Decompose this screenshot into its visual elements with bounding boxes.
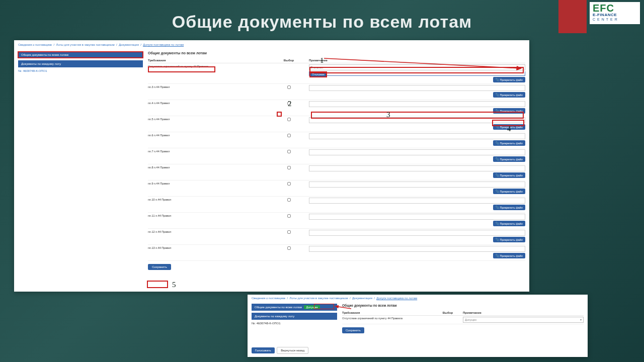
header-sel: Выбор: [433, 311, 463, 314]
header-note: Примечание: [463, 311, 584, 314]
attach-file-button[interactable]: 📎Прикрепить файл: [493, 189, 525, 194]
attach-file-button[interactable]: 📎Прикрепить файл: [493, 77, 525, 82]
highlight-save: [147, 281, 168, 288]
tab-all-lots-small[interactable]: Общие документы по всем лотам Допущен: [252, 304, 337, 311]
row-checkbox[interactable]: [287, 182, 291, 186]
note-input[interactable]: [309, 214, 525, 220]
table-row: пп.3 п.44 Правил📎Прикрепить файл: [148, 84, 525, 100]
content-area-small: Общие документы по всем лотам Требования…: [342, 304, 584, 333]
attach-file-button[interactable]: 📎Прикрепить файл: [493, 253, 525, 258]
row-checkbox[interactable]: [287, 118, 291, 121]
sel-cell: [269, 85, 309, 89]
select-value: Отклонен: [310, 66, 323, 69]
attach-label: Прикрепить файл: [500, 174, 523, 177]
attach-label: Прикрепить файл: [500, 190, 523, 193]
attach-file-button[interactable]: 📎Прикрепить файл: [493, 140, 525, 146]
note-input[interactable]: [309, 101, 525, 107]
note-input[interactable]: [309, 165, 525, 171]
note-input[interactable]: [309, 117, 525, 123]
row-checkbox[interactable]: [287, 134, 291, 137]
crumb[interactable]: Лоты для участия в закупке поставщиком: [290, 297, 348, 300]
code-value: 4600748-К-ОПО1: [23, 69, 47, 72]
table-row: пп.6 п.44 Правил📎Прикрепить файл: [148, 132, 525, 148]
row-checkbox[interactable]: [287, 150, 291, 153]
row-checkbox[interactable]: [287, 166, 291, 169]
attach-file-button[interactable]: 📎Прикрепить файл: [493, 172, 525, 178]
attach-label: Прикрепить файл: [500, 238, 523, 241]
paperclip-icon: 📎: [496, 190, 499, 193]
note-input[interactable]: [309, 246, 525, 252]
back-button[interactable]: Вернуться назад: [277, 347, 308, 354]
row-checkbox[interactable]: [287, 246, 291, 250]
absence-text: Отсутствие ограничений по пункту 44 Прав…: [148, 64, 269, 68]
save-label: Сохранить: [346, 329, 361, 332]
empty-sel: [269, 64, 309, 65]
note-input[interactable]: [309, 149, 525, 155]
req-text: пп.3 п.44 Правил: [148, 85, 269, 88]
table-header: Требования Выбор Примечание: [148, 59, 525, 63]
status-select[interactable]: Отклонен ▾: [309, 64, 525, 70]
breadcrumb-small: Сведения о поставщике / Лоты для участия…: [252, 297, 584, 300]
row-checkbox[interactable]: [287, 85, 291, 89]
crumb[interactable]: Сведения о поставщике: [18, 43, 52, 46]
save-button-small[interactable]: Сохранить: [342, 327, 364, 333]
sidebar: Общие документы по всем лотам Документы …: [18, 51, 143, 72]
attach-file-button[interactable]: 📎Прикрепить файл: [493, 221, 525, 226]
attach-label: Прикрепить файл: [500, 206, 523, 209]
crumb[interactable]: Лоты для участия в закупке поставщиком: [56, 43, 115, 46]
sel-cell: [269, 214, 309, 218]
req-text: пп.9 п.44 Правил: [148, 182, 269, 185]
crumb[interactable]: Сведения о поставщике: [252, 297, 285, 300]
annotation-3: 3: [386, 111, 390, 119]
paperclip-icon: 📎: [496, 222, 499, 225]
note-input[interactable]: [309, 182, 525, 188]
vote-button[interactable]: Голосовать: [252, 347, 275, 353]
tab-each-lot-small[interactable]: Документы по каждому лоту: [252, 313, 337, 320]
section-title: Общие документы по всем лотам: [148, 51, 525, 55]
table-row: пп.9 п.44 Правил📎Прикрепить файл: [148, 180, 525, 197]
efc-logo: EFC E-FINANCE CENTER: [590, 2, 640, 24]
breadcrumb: Сведения о поставщике / Лоты для участия…: [18, 43, 525, 46]
paperclip-icon: 📎: [496, 141, 499, 145]
note-input[interactable]: [309, 85, 525, 91]
annotation-2: 2: [288, 100, 292, 108]
row-checkbox[interactable]: [287, 198, 291, 202]
save-button[interactable]: Сохранить: [148, 264, 171, 270]
tab-each-lot[interactable]: Документы по каждому лоту: [18, 60, 143, 67]
req-text: пп.4 п.44 Правил: [148, 101, 269, 105]
logo-big: EFC: [593, 3, 637, 13]
attach-file-button[interactable]: 📎Прикрепить файл: [493, 108, 525, 114]
header-req: Требования: [342, 311, 433, 314]
attach-file-button[interactable]: 📎Прикрепить файл: [493, 156, 525, 162]
tab-label: Документы по каждому лоту: [255, 315, 294, 318]
attach-file-button[interactable]: 📎Прикрепить файл: [493, 205, 525, 210]
attach-label: Прикрепить файл: [500, 78, 523, 81]
crumb[interactable]: Документация: [119, 43, 139, 46]
attach-label: Прикрепить файл: [500, 110, 523, 113]
note-input[interactable]: [309, 198, 525, 204]
attach-file-button[interactable]: 📎Прикрепить файл: [493, 237, 525, 242]
status-badge-allowed: Допущен: [304, 305, 319, 309]
req-text: пп.5 п.44 Правил: [148, 117, 269, 121]
paperclip-icon: 📎: [496, 173, 499, 177]
req-text: пп.10 п.44 Правил: [148, 198, 269, 201]
note-input[interactable]: [309, 133, 525, 139]
attach-file-button[interactable]: 📎Прикрепить файл: [493, 92, 525, 98]
header-sel: Выбор: [269, 59, 309, 62]
crumb[interactable]: Документация: [352, 297, 372, 300]
code-value: 4600748-К-ОПО1: [257, 322, 281, 325]
table-row: пп.10 п.44 Правил📎Прикрепить файл: [148, 197, 525, 213]
header-note: Примечание: [309, 59, 525, 62]
attach-label: Прикрепить файл: [500, 94, 523, 97]
row-checkbox[interactable]: [287, 230, 291, 234]
sel-cell: [269, 182, 309, 186]
paperclip-icon: 📎: [496, 125, 499, 129]
sel-cell: [269, 198, 309, 202]
annotation-1: 1: [320, 56, 324, 65]
attach-label: Прикрепить файл: [500, 254, 523, 257]
row-checkbox[interactable]: [287, 214, 291, 218]
note-input[interactable]: [309, 230, 525, 236]
tab-all-lots[interactable]: Общие документы по всем лотам: [18, 51, 143, 58]
dropdown-option[interactable]: Допущен: [309, 71, 525, 75]
status-select-small[interactable]: Допущен ▾: [463, 317, 584, 323]
